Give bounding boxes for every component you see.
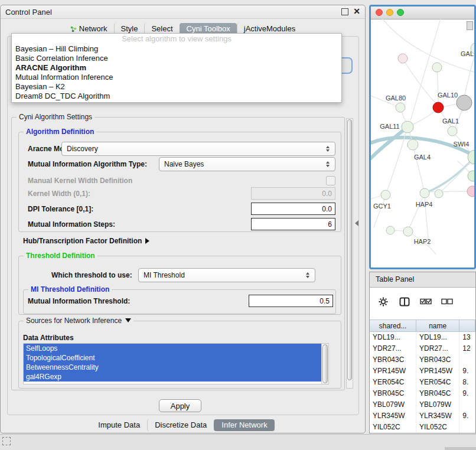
settings-gear-icon[interactable] bbox=[376, 295, 391, 308]
table-cell: YLR345W bbox=[416, 410, 459, 422]
table-row[interactable]: YIL052CYIL052C bbox=[370, 422, 475, 433]
algorithm-option[interactable]: Dream8 DC_TDC Algorithm bbox=[12, 92, 341, 101]
network-node[interactable] bbox=[403, 227, 413, 236]
network-view-window[interactable]: GALGAL80GAL10GAL11GAL1SWI4GAL4GCY1HAP4HA… bbox=[369, 5, 476, 269]
network-edge[interactable] bbox=[443, 104, 457, 107]
bottom-tab-infer-network[interactable]: Infer Network bbox=[214, 419, 274, 431]
algorithm-option[interactable]: Bayesian – Hill Climbing bbox=[12, 44, 341, 54]
network-edge[interactable] bbox=[426, 158, 474, 193]
table-cell bbox=[459, 399, 475, 410]
sources-toggle[interactable]: Sources for Network Inference bbox=[24, 317, 133, 325]
network-node[interactable] bbox=[381, 190, 390, 200]
apply-button[interactable]: Apply bbox=[159, 399, 201, 412]
node-label: GCY1 bbox=[373, 203, 391, 210]
zoom-traffic-light[interactable] bbox=[397, 9, 404, 16]
data-attributes-list: SelfLoopsTopologicalCoefficientBetweenne… bbox=[24, 344, 328, 381]
data-attributes-listbox[interactable]: SelfLoopsTopologicalCoefficientBetweenne… bbox=[23, 343, 329, 384]
network-edge[interactable] bbox=[403, 58, 436, 103]
attribute-item[interactable]: gal4RGexp bbox=[24, 372, 328, 381]
splitter-collapse-icon[interactable] bbox=[355, 220, 358, 226]
float-window-icon[interactable] bbox=[341, 8, 348, 15]
list-scrollbar-thumb[interactable] bbox=[322, 344, 328, 383]
network-node[interactable] bbox=[433, 102, 444, 113]
table-row[interactable]: YDR27...YDR27...12 bbox=[370, 343, 475, 354]
network-node[interactable] bbox=[396, 103, 405, 112]
algorithm-option[interactable]: Bayesian – K2 bbox=[12, 82, 341, 92]
network-node[interactable] bbox=[407, 139, 418, 150]
select-all-columns-icon[interactable] bbox=[418, 295, 433, 308]
resize-grip[interactable] bbox=[445, 447, 476, 450]
close-icon[interactable]: ✕ bbox=[353, 6, 360, 16]
table-row[interactable]: YBL079WYBL079W bbox=[370, 399, 475, 410]
network-node[interactable] bbox=[448, 126, 457, 136]
network-canvas[interactable]: GALGAL80GAL10GAL11GAL1SWI4GAL4GCY1HAP4HA… bbox=[371, 19, 474, 269]
table-row[interactable]: YBR045CYBR045C9. bbox=[370, 388, 475, 399]
network-node[interactable] bbox=[386, 226, 395, 234]
minimize-traffic-light[interactable] bbox=[386, 9, 393, 16]
column-header[interactable] bbox=[459, 319, 475, 332]
close-traffic-light[interactable] bbox=[376, 9, 383, 16]
kernel-width-label: Kernel Width (0,1): bbox=[28, 190, 90, 198]
network-node[interactable] bbox=[398, 54, 407, 63]
attribute-item[interactable]: BetweennessCentrality bbox=[24, 363, 328, 372]
network-edge[interactable] bbox=[371, 195, 382, 199]
algorithm-option[interactable]: Mutual Information Inference bbox=[12, 73, 341, 82]
column-header[interactable]: shared... bbox=[370, 319, 416, 332]
list-scrollbar[interactable] bbox=[321, 344, 328, 384]
mi-steps-input[interactable] bbox=[251, 218, 335, 230]
attribute-item[interactable]: TopologicalCoefficient bbox=[24, 353, 328, 363]
network-node[interactable] bbox=[467, 186, 474, 197]
which-threshold-label: Which threshold to use: bbox=[51, 271, 132, 279]
table-cell: 13 bbox=[459, 332, 475, 343]
mi-threshold-input[interactable] bbox=[249, 295, 333, 307]
table-cell: YER054C bbox=[416, 377, 459, 388]
network-edge[interactable] bbox=[395, 230, 403, 231]
network-node[interactable] bbox=[432, 63, 442, 72]
show-columns-icon[interactable] bbox=[397, 295, 412, 308]
column-header[interactable]: name bbox=[416, 319, 459, 332]
dpi-tolerance-input[interactable] bbox=[251, 203, 335, 215]
manual-kernel-checkbox[interactable] bbox=[326, 176, 335, 185]
network-window-titlebar[interactable] bbox=[371, 6, 474, 19]
network-icon bbox=[70, 26, 77, 32]
network-node[interactable] bbox=[402, 121, 413, 133]
table-row[interactable]: YLR345WYLR345W9. bbox=[370, 410, 475, 422]
table-cell: YDR27... bbox=[370, 343, 416, 354]
node-label: GAL10 bbox=[438, 92, 458, 99]
table-row[interactable]: YDL19...YDL19...13 bbox=[370, 332, 475, 343]
hub-section-toggle[interactable]: Hub/Transcription Factor Definition bbox=[23, 237, 149, 245]
table-cell: YDR27... bbox=[416, 343, 459, 354]
deselect-all-columns-icon[interactable] bbox=[439, 295, 455, 308]
network-edge[interactable] bbox=[383, 19, 474, 72]
float-panel-icon[interactable] bbox=[2, 437, 11, 445]
which-threshold-select[interactable]: MI Threshold bbox=[138, 268, 315, 282]
network-node[interactable] bbox=[435, 190, 443, 198]
bottom-tab-impute-data[interactable]: Impute Data bbox=[91, 419, 147, 431]
algorithm-option[interactable]: ARACNE Algorithm bbox=[12, 63, 341, 73]
network-node[interactable] bbox=[420, 188, 429, 198]
network-edge[interactable] bbox=[442, 163, 470, 191]
network-edge[interactable] bbox=[412, 111, 435, 125]
bottom-tab-discretize-data[interactable]: Discretize Data bbox=[147, 419, 214, 431]
control-panel-titlebar[interactable]: Control Panel ✕ bbox=[1, 5, 365, 19]
attribute-item[interactable]: SelfLoops bbox=[24, 344, 328, 353]
kernel-width-input[interactable] bbox=[251, 187, 335, 200]
algorithm-option[interactable]: Basic Correlation Inference bbox=[12, 54, 341, 63]
table-cell: YLR345W bbox=[370, 410, 416, 422]
settings-scrollbar-thumb[interactable] bbox=[347, 119, 352, 380]
aracne-mode-select[interactable]: Discovery bbox=[61, 142, 335, 156]
table-panel-titlebar[interactable]: Table Panel bbox=[370, 272, 475, 288]
window-title: Control Panel bbox=[5, 8, 52, 17]
table-body: YDL19...YDL19...13YDR27...YDR27...12YBR0… bbox=[370, 332, 475, 433]
table-row[interactable]: YER054CYER054C8. bbox=[370, 377, 475, 388]
network-node[interactable] bbox=[457, 95, 472, 110]
table-row[interactable]: YPR145WYPR145W9. bbox=[370, 366, 475, 377]
mi-type-select[interactable]: Naive Bayes bbox=[159, 157, 335, 171]
network-node[interactable] bbox=[468, 171, 474, 181]
control-panel-window: Control Panel ✕ NetworkStyleSelectCyni T… bbox=[0, 5, 366, 433]
which-threshold-value: MI Threshold bbox=[139, 271, 303, 279]
table-cell: 9. bbox=[459, 410, 475, 422]
settings-scrollbar[interactable] bbox=[346, 118, 353, 389]
table-cell: YIL052C bbox=[370, 422, 416, 433]
table-row[interactable]: YBR043CYBR043C bbox=[370, 354, 475, 366]
